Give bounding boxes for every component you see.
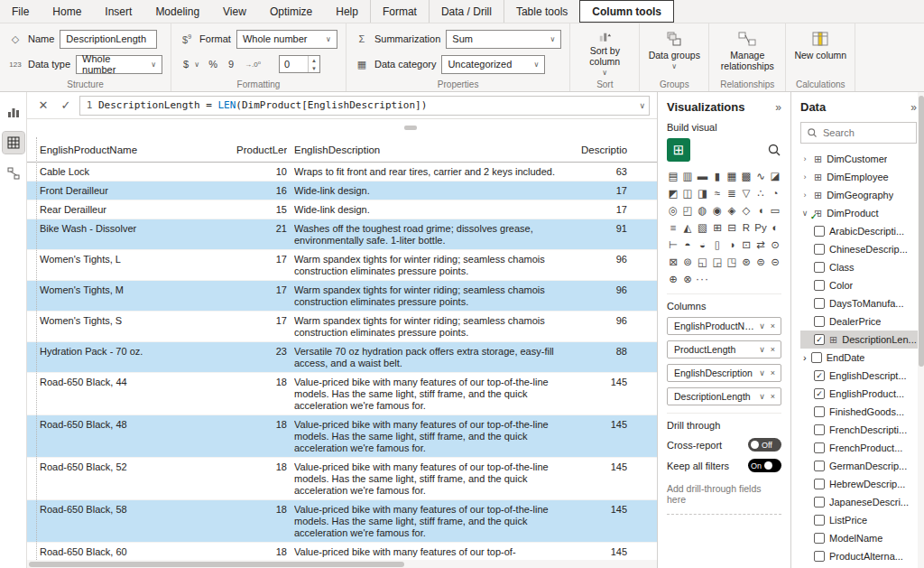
field-checkbox[interactable]: ✓ [814, 388, 825, 399]
field-checkbox[interactable] [814, 244, 825, 255]
column-name-input[interactable] [60, 30, 157, 49]
field-checkbox[interactable] [814, 515, 825, 526]
scorecard-icon[interactable]: ⊙ [769, 237, 781, 252]
field-item-germandescrip[interactable]: GermanDescrip... [800, 457, 917, 475]
tab-file[interactable]: File [0, 0, 41, 23]
field-item-frenchdescripti[interactable]: FrenchDescripti... [800, 421, 917, 439]
field-pill-englishdescription[interactable]: EnglishDescription∨× [667, 364, 781, 382]
table-row[interactable]: Hydration Pack - 70 oz.23Versatile 70 oz… [27, 342, 657, 373]
table-row[interactable]: Cable Lock10Wraps to fit front and rear … [27, 163, 657, 182]
field-pill-productlength[interactable]: ProductLength∨× [667, 340, 781, 358]
field-item-listprice[interactable]: ListPrice [800, 511, 917, 529]
table-row[interactable]: Road-650 Black, 4418Value-priced bike wi… [27, 373, 657, 415]
text-slicer-icon[interactable]: ◲ [711, 255, 724, 269]
metrics-icon[interactable]: ◒ [696, 237, 709, 252]
tab-help[interactable]: Help [324, 0, 370, 23]
column-header-productlength[interactable]: ProductLength [236, 144, 287, 155]
tab-modeling[interactable]: Modeling [143, 0, 211, 23]
key-influencers-icon[interactable]: ◐ [769, 220, 781, 235]
field-item-englishdescript[interactable]: ✓EnglishDescript... [800, 367, 917, 385]
collapse-pane-icon[interactable]: » [775, 101, 781, 114]
field-checkbox[interactable]: ✓ [814, 370, 825, 381]
waterfall-chart-icon[interactable]: ≣ [725, 186, 738, 200]
scatter-chart-icon[interactable]: ∴ [754, 186, 767, 200]
field-item-arabicdescripti[interactable]: ArabicDescripti... [800, 222, 917, 240]
field-item-hebrewdescrip[interactable]: HebrewDescrip... [800, 475, 917, 493]
field-pill-descriptionlength[interactable]: DescriptionLength∨× [667, 387, 781, 405]
chevron-right-icon[interactable]: › [800, 154, 809, 163]
line-and-clustered-column-chart-icon[interactable]: ◨ [696, 186, 709, 200]
table-item-dimemployee[interactable]: ›⊞DimEmployee [800, 168, 917, 186]
field-item-chinesedescrip[interactable]: ChineseDescrip... [800, 240, 917, 258]
accordion-slicer-icon[interactable]: ◳ [725, 255, 738, 269]
table-row[interactable]: Road-650 Black, 5818Value-priced bike wi… [27, 500, 657, 543]
summarization-dropdown[interactable]: Sum∨ [446, 30, 561, 49]
field-item-descriptionlen[interactable]: ✓⊞DescriptionLen... [800, 331, 924, 349]
field-item-productalterna[interactable]: ProductAlterna... [800, 547, 917, 565]
area-chart-icon[interactable]: ◪ [769, 169, 781, 183]
kpi-icon[interactable]: ◭ [681, 220, 694, 235]
paginated-report-icon[interactable]: ▯ [711, 237, 724, 252]
column-header-descriptionlength[interactable]: DescriptionLength [581, 144, 627, 155]
field-search[interactable] [800, 122, 917, 144]
table-row[interactable]: Women's Tights, S17Warm spandex tights f… [27, 312, 657, 342]
more-options-icon[interactable]: ··· [696, 272, 709, 286]
column-grip[interactable] [404, 126, 417, 130]
table-row[interactable]: Road-650 Black, 4818Value-priced bike wi… [27, 415, 657, 458]
stacked-column-chart-icon[interactable]: ▥ [681, 169, 694, 183]
goals-icon[interactable]: ⊚ [681, 255, 694, 269]
column-header-englishdescription[interactable]: EnglishDescription [294, 144, 574, 155]
field-options-chevron-icon[interactable]: ∨ [756, 345, 768, 354]
field-options-chevron-icon[interactable]: ∨ [756, 392, 768, 401]
manage-relationships-button[interactable]: Manage relationships [717, 27, 777, 77]
line-and-stacked-column-chart-icon[interactable]: ◫ [681, 186, 694, 200]
stacked-bar-chart-icon[interactable]: ▤ [667, 169, 679, 183]
field-item-class[interactable]: Class [800, 258, 917, 276]
tab-home[interactable]: Home [41, 0, 93, 23]
table-row[interactable]: Front Derailleur16Wide-link design.17 [27, 182, 657, 200]
vertical-scrollbar-thumb[interactable] [919, 96, 924, 367]
chiclet-slicer-icon[interactable]: ⊝ [769, 255, 781, 269]
remove-field-icon[interactable]: × [768, 392, 778, 401]
column-header-englishproductname[interactable]: EnglishProductName [40, 144, 229, 155]
field-checkbox[interactable] [814, 479, 825, 489]
chevron-right-icon[interactable]: › [800, 172, 809, 182]
field-item-englishproduct[interactable]: ✓EnglishProduct... [800, 385, 917, 403]
azure-map-icon[interactable]: ◇ [740, 203, 753, 218]
tab-table-tools[interactable]: Table tools [504, 0, 579, 23]
100-stacked-column-chart-icon[interactable]: ▩ [740, 169, 753, 183]
field-checkbox[interactable]: ✓ [814, 334, 825, 345]
multi-row-card-icon[interactable]: ≡ [667, 220, 679, 235]
percent-format-button[interactable]: % [205, 55, 221, 73]
map-icon[interactable]: ◍ [696, 203, 709, 218]
horizontal-scrollbar-thumb[interactable] [29, 562, 404, 567]
field-options-chevron-icon[interactable]: ∨ [756, 368, 768, 377]
horizontal-scrollbar[interactable] [27, 560, 657, 568]
tab-insert[interactable]: Insert [93, 0, 143, 23]
slicer-icon[interactable]: ▧ [696, 220, 709, 235]
power-apps-icon[interactable]: ⊡ [740, 237, 753, 252]
r-script-visual-icon[interactable]: R [740, 220, 753, 235]
table-row[interactable]: Women's Tights, M17Warm spandex tights f… [27, 281, 657, 312]
field-item-daystomanufa[interactable]: DaysToManufa... [800, 294, 917, 312]
field-checkbox[interactable] [814, 442, 825, 453]
field-checkbox[interactable] [814, 424, 825, 435]
filled-map-icon[interactable]: ◉ [711, 203, 724, 218]
clustered-column-chart-icon[interactable]: ▮ [711, 169, 724, 183]
table-item-dimproduct[interactable]: ∨⊞✓DimProduct [800, 204, 917, 222]
treemap-icon[interactable]: ◰ [681, 203, 694, 218]
line-chart-icon[interactable]: ∿ [754, 169, 767, 183]
chevron-right-icon[interactable]: › [803, 352, 807, 363]
selected-visual-table-icon[interactable]: ⊞ [667, 138, 690, 162]
decimal-places-stepper[interactable]: 0 ▲▼ [279, 55, 320, 73]
field-checkbox[interactable] [814, 298, 825, 309]
field-item-modelname[interactable]: ModelName [800, 529, 917, 547]
field-item-dealerprice[interactable]: DealerPrice [800, 312, 917, 331]
data-type-dropdown[interactable]: Whole number∨ [76, 55, 162, 74]
remove-field-icon[interactable]: × [768, 321, 778, 331]
field-checkbox[interactable] [814, 226, 825, 237]
field-checkbox[interactable] [814, 316, 825, 327]
table-row[interactable]: Rear Derailleur15Wide-link design.17 [27, 200, 657, 219]
field-item-color[interactable]: Color [800, 276, 917, 294]
shape-map-icon[interactable]: ◈ [725, 203, 738, 218]
